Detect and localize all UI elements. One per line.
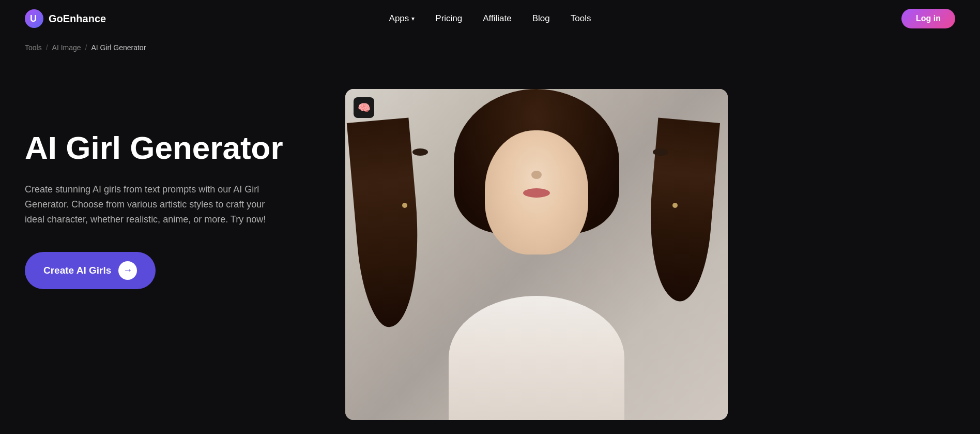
nav-tools[interactable]: Tools <box>571 13 591 24</box>
earring-left <box>402 203 407 208</box>
right-panel: 🧠 <box>345 89 955 420</box>
nav-pricing[interactable]: Pricing <box>435 13 462 24</box>
left-panel: AI Girl Generator Create stunning AI gir… <box>25 89 314 289</box>
nav-affiliate[interactable]: Affiliate <box>483 13 511 24</box>
cta-arrow-icon: → <box>118 261 137 280</box>
cta-button[interactable]: Create AI Girls → <box>25 252 156 289</box>
nav-blog[interactable]: Blog <box>532 13 550 24</box>
earring-right <box>672 203 678 208</box>
chevron-down-icon: ▾ <box>411 15 415 22</box>
breadcrumb-sep-1: / <box>46 43 48 52</box>
page-description: Create stunning AI girls from text promp… <box>25 182 283 227</box>
brand-logo[interactable]: U GoEnhance <box>25 9 106 28</box>
hero-image-container: 🧠 <box>345 89 728 420</box>
nav-apps[interactable]: Apps ▾ <box>389 13 415 24</box>
eye-left <box>412 148 428 156</box>
svg-text:U: U <box>30 13 37 24</box>
page-title: AI Girl Generator <box>25 130 314 166</box>
breadcrumb-current: AI Girl Generator <box>91 43 146 52</box>
logo-icon: U <box>25 9 43 28</box>
nav-links: Apps ▾ Pricing Affiliate Blog Tools <box>389 13 591 24</box>
nose <box>531 171 542 179</box>
breadcrumb: Tools / AI Image / AI Girl Generator <box>0 37 980 58</box>
ai-badge: 🧠 <box>354 97 374 118</box>
body <box>449 296 624 420</box>
breadcrumb-ai-image[interactable]: AI Image <box>52 43 81 52</box>
cta-label: Create AI Girls <box>43 265 111 276</box>
brain-icon: 🧠 <box>358 101 371 114</box>
eye-right <box>653 148 668 156</box>
navbar: U GoEnhance Apps ▾ Pricing Affiliate Blo… <box>0 0 980 37</box>
lips <box>523 188 550 198</box>
breadcrumb-sep-2: / <box>85 43 87 52</box>
brand-name: GoEnhance <box>49 13 106 25</box>
navbar-right: Log in <box>901 9 955 28</box>
main-content: AI Girl Generator Create stunning AI gir… <box>0 58 980 432</box>
breadcrumb-tools[interactable]: Tools <box>25 43 42 52</box>
login-button[interactable]: Log in <box>901 9 955 28</box>
portrait-scene <box>345 89 728 420</box>
